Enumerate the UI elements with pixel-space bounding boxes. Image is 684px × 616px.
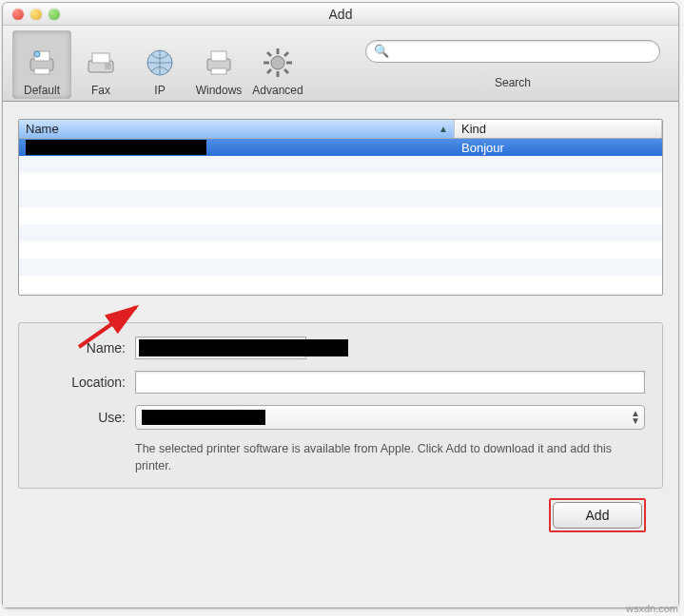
titlebar: Add xyxy=(3,3,678,26)
globe-icon xyxy=(142,45,178,81)
toolbar: Default Fax IP Windows Advanced xyxy=(3,26,678,102)
toolbar-advanced-label: Advanced xyxy=(252,84,303,97)
content-area: Name ▲ Kind Bonjour Name: xyxy=(3,102,678,607)
toolbar-fax[interactable]: Fax xyxy=(71,30,130,99)
svg-point-11 xyxy=(271,56,284,69)
toolbar-default[interactable]: Default xyxy=(12,30,71,99)
close-icon[interactable] xyxy=(12,9,24,20)
hint-row: The selected printer software is availab… xyxy=(36,441,645,474)
column-kind-label: Kind xyxy=(461,122,486,136)
windows-printer-icon xyxy=(201,45,237,81)
svg-line-16 xyxy=(267,52,271,56)
svg-rect-10 xyxy=(211,68,226,74)
printer-list: Name ▲ Kind Bonjour xyxy=(18,119,663,296)
svg-point-3 xyxy=(34,51,40,57)
column-name-label: Name xyxy=(26,122,59,136)
column-kind-header[interactable]: Kind xyxy=(455,120,662,138)
redacted-name-value xyxy=(139,339,348,356)
svg-rect-6 xyxy=(105,63,111,69)
toolbar-ip-label: IP xyxy=(154,84,165,97)
use-select[interactable]: ▲▼ xyxy=(135,405,645,430)
search-field[interactable]: 🔍 xyxy=(365,40,660,63)
redacted-use-value xyxy=(142,410,265,425)
toolbar-windows-label: Windows xyxy=(196,84,243,97)
table-row[interactable]: Bonjour xyxy=(19,139,662,156)
window-controls xyxy=(12,9,60,20)
toolbar-ip[interactable]: IP xyxy=(130,30,189,99)
use-label: Use: xyxy=(36,410,126,425)
fax-icon xyxy=(83,45,119,81)
list-header: Name ▲ Kind xyxy=(19,120,662,139)
toolbar-windows[interactable]: Windows xyxy=(189,30,248,99)
watermark: wsxdn.com xyxy=(626,603,678,614)
svg-rect-2 xyxy=(34,68,49,74)
gear-icon xyxy=(260,45,296,81)
list-body: Bonjour xyxy=(19,139,662,295)
location-label: Location: xyxy=(36,375,126,390)
svg-line-17 xyxy=(284,69,288,73)
search-area: 🔍 Search xyxy=(364,40,669,89)
name-row: Name: xyxy=(36,337,645,359)
toolbar-fax-label: Fax xyxy=(91,84,110,97)
minimize-icon[interactable] xyxy=(30,9,42,20)
hint-text: The selected printer software is availab… xyxy=(135,441,645,474)
printer-icon xyxy=(24,45,60,81)
search-input[interactable] xyxy=(394,44,652,58)
toolbar-advanced[interactable]: Advanced xyxy=(248,30,307,99)
use-row: Use: ▲▼ xyxy=(36,405,645,430)
row-kind-cell: Bonjour xyxy=(455,141,662,155)
sort-indicator-icon: ▲ xyxy=(439,124,448,134)
row-name-cell xyxy=(19,140,455,156)
toolbar-default-label: Default xyxy=(24,84,60,97)
svg-rect-9 xyxy=(211,51,226,61)
search-icon: 🔍 xyxy=(374,44,389,58)
stepper-icon: ▲▼ xyxy=(631,410,640,425)
window-title: Add xyxy=(3,7,678,22)
svg-line-19 xyxy=(267,69,271,73)
redacted-name xyxy=(26,140,206,155)
location-row: Location: xyxy=(36,371,645,394)
form-panel: Name: Location: Use: ▲▼ The selected xyxy=(18,322,663,489)
svg-line-18 xyxy=(284,52,288,56)
add-printer-window: Add Default Fax IP Windows xyxy=(2,2,679,608)
add-highlight-annotation: Add xyxy=(549,498,646,532)
name-label: Name: xyxy=(36,340,126,356)
svg-rect-5 xyxy=(92,53,109,63)
add-button[interactable]: Add xyxy=(553,502,642,529)
search-label: Search xyxy=(495,76,531,89)
footer: Add xyxy=(18,489,663,546)
column-name-header[interactable]: Name ▲ xyxy=(19,120,455,138)
zoom-icon[interactable] xyxy=(49,9,60,20)
location-input[interactable] xyxy=(135,371,645,394)
